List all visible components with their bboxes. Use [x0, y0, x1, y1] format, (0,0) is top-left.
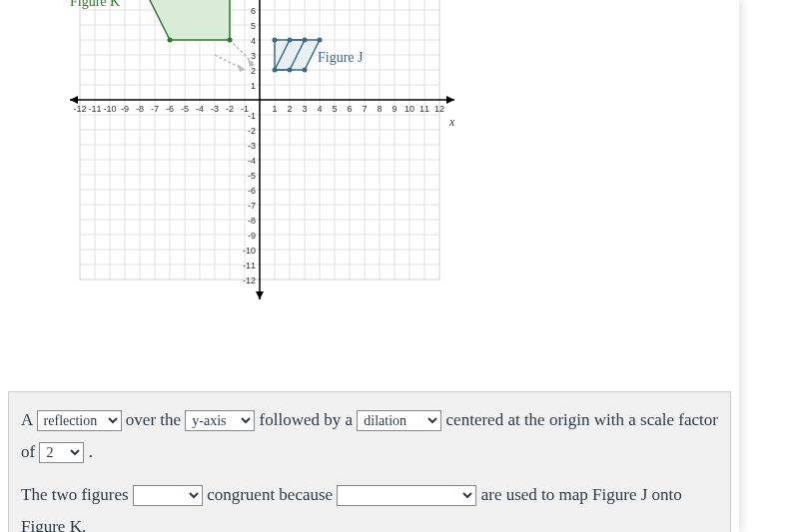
svg-text:-8: -8: [136, 104, 144, 114]
svg-text:-3: -3: [211, 104, 219, 114]
svg-point-92: [228, 38, 233, 43]
svg-text:-11: -11: [88, 104, 101, 114]
svg-point-93: [168, 38, 173, 43]
figure-k-label: Figure K: [70, 0, 120, 10]
svg-text:1: 1: [272, 104, 277, 114]
sentence-line-1: A reflection over the y-axis followed by…: [21, 404, 718, 469]
svg-text:-1: -1: [248, 111, 256, 121]
svg-point-95: [273, 68, 278, 73]
svg-point-96: [303, 68, 308, 73]
svg-text:8: 8: [377, 104, 382, 114]
svg-text:6: 6: [347, 104, 352, 114]
axis-select[interactable]: y-axis: [185, 410, 255, 431]
svg-text:5: 5: [332, 104, 337, 114]
svg-text:-5: -5: [181, 104, 189, 114]
x-axis-label: x: [449, 115, 454, 130]
svg-text:2: 2: [251, 66, 256, 76]
svg-text:-6: -6: [248, 186, 256, 196]
sentence-line-2: The two figures congruent because are us…: [21, 479, 718, 532]
svg-text:-4: -4: [196, 104, 204, 114]
svg-text:5: 5: [251, 21, 256, 31]
chart-svg: -12-11-10-9-8-7-6-5-4-3-2-1 123456789101…: [60, 0, 459, 319]
svg-text:6: 6: [251, 6, 256, 16]
svg-text:-5: -5: [248, 171, 256, 181]
svg-text:-2: -2: [226, 104, 234, 114]
svg-marker-41: [446, 96, 454, 104]
svg-text:4: 4: [251, 36, 256, 46]
answer-panel: A reflection over the y-axis followed by…: [8, 391, 731, 532]
svg-text:3: 3: [251, 51, 256, 61]
svg-text:-9: -9: [121, 104, 129, 114]
svg-text:-3: -3: [248, 141, 256, 151]
svg-text:4: 4: [317, 104, 322, 114]
svg-text:-6: -6: [166, 104, 174, 114]
svg-text:10: 10: [404, 104, 414, 114]
svg-text:7: 7: [362, 104, 367, 114]
svg-text:-11: -11: [243, 261, 256, 270]
svg-text:-7: -7: [151, 104, 159, 114]
figure-k-shape: [140, 0, 230, 40]
svg-text:-10: -10: [243, 246, 256, 256]
svg-point-100: [303, 38, 308, 43]
svg-point-99: [288, 38, 293, 43]
scale-factor-select[interactable]: 2: [39, 442, 84, 463]
svg-marker-42: [70, 96, 78, 104]
svg-marker-88: [238, 64, 245, 72]
svg-text:-12: -12: [73, 104, 86, 114]
svg-text:-9: -9: [248, 231, 256, 241]
transform-select-2[interactable]: dilation: [357, 410, 441, 431]
coordinate-chart: -12-11-10-9-8-7-6-5-4-3-2-1 123456789101…: [0, 0, 739, 379]
svg-text:-4: -4: [248, 156, 256, 166]
svg-point-98: [273, 38, 278, 43]
figure-j-label: Figure J: [318, 50, 364, 66]
svg-point-97: [318, 38, 323, 43]
congruent-select[interactable]: [133, 485, 203, 506]
svg-text:12: 12: [434, 104, 444, 114]
svg-text:-8: -8: [248, 216, 256, 226]
svg-text:-10: -10: [103, 104, 116, 114]
svg-point-101: [288, 68, 293, 73]
svg-text:-2: -2: [248, 126, 256, 136]
svg-text:3: 3: [302, 104, 307, 114]
svg-marker-43: [256, 291, 264, 299]
svg-text:7: 7: [251, 0, 256, 1]
svg-text:-7: -7: [248, 201, 256, 211]
svg-text:1: 1: [251, 81, 256, 91]
transform-select-1[interactable]: reflection: [37, 410, 122, 431]
svg-text:11: 11: [419, 104, 429, 114]
svg-text:-12: -12: [243, 275, 256, 285]
svg-text:9: 9: [392, 104, 397, 114]
svg-text:2: 2: [287, 104, 292, 114]
reason-select[interactable]: [337, 485, 476, 506]
